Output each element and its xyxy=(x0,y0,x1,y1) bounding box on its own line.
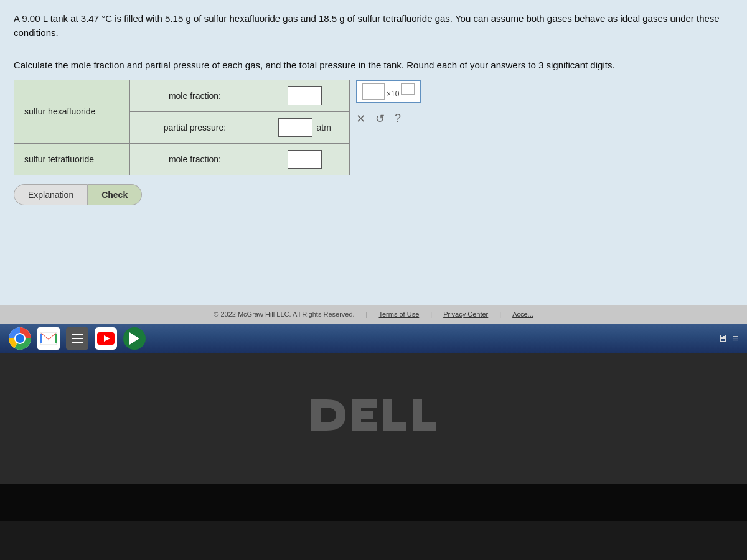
svg-rect-12 xyxy=(352,422,377,431)
partial-pressure-input-sf6[interactable] xyxy=(278,118,312,137)
check-button[interactable]: Check xyxy=(88,184,142,205)
files-icon[interactable] xyxy=(66,327,88,350)
mole-fraction-input-cell-sf4 xyxy=(260,143,350,175)
partial-pressure-with-unit: atm xyxy=(270,118,339,137)
taskbar-right: 🖥 ≡ xyxy=(718,333,738,344)
svg-rect-16 xyxy=(413,422,436,431)
partial-pressure-label-sf6: partial pressure: xyxy=(129,111,260,143)
screen-icon[interactable]: 🖥 xyxy=(718,333,728,344)
dell-logo xyxy=(305,390,442,448)
buttons-row: Explanation Check xyxy=(14,184,733,205)
partial-pressure-input-cell-sf6: atm xyxy=(260,111,350,143)
table-container: sulfur hexafluoride mole fraction: parti… xyxy=(14,80,733,175)
atm-unit-sf6: atm xyxy=(316,123,331,133)
problem-text-1: A 9.00 L tank at 3.47 °C is filled with … xyxy=(14,11,733,40)
mole-fraction-input-cell-sf6 xyxy=(260,80,350,111)
clear-icon[interactable]: ✕ xyxy=(356,112,365,126)
help-icon[interactable]: ? xyxy=(395,112,401,125)
x10-label: ×10 xyxy=(387,90,399,100)
problem-text-2: Calculate the mole fraction and partial … xyxy=(14,58,733,72)
svg-rect-11 xyxy=(352,411,374,419)
accessibility-link[interactable]: Acce... xyxy=(512,310,533,318)
dell-area xyxy=(0,353,747,484)
mole-fraction-label-sf6: mole fraction: xyxy=(129,80,260,111)
content-area: A 9.00 L tank at 3.47 °C is filled with … xyxy=(0,0,747,305)
mole-fraction-input-sf4[interactable] xyxy=(288,150,322,169)
action-row: ✕ ↺ ? xyxy=(356,112,401,126)
data-table: sulfur hexafluoride mole fraction: parti… xyxy=(14,80,350,175)
taskbar: 🖥 ≡ xyxy=(0,324,747,353)
copyright-text: © 2022 McGraw Hill LLC. All Rights Reser… xyxy=(214,310,354,318)
svg-marker-8 xyxy=(129,332,139,345)
x10-main-input[interactable] xyxy=(362,83,385,100)
mole-fraction-input-sf6[interactable] xyxy=(288,86,322,105)
sci-notation-panel: ×10 ✕ ↺ ? xyxy=(356,80,421,126)
gas-name-sf6: sulfur hexafluoride xyxy=(14,80,130,143)
gas-name-sf4: sulfur tetrafluoride xyxy=(14,143,130,175)
undo-icon[interactable]: ↺ xyxy=(375,112,385,126)
svg-point-2 xyxy=(16,334,24,343)
mole-fraction-label-sf4: mole fraction: xyxy=(129,143,260,175)
terms-link[interactable]: Terms of Use xyxy=(378,310,419,318)
bottom-bar xyxy=(0,484,747,521)
x10-notation-box: ×10 xyxy=(356,80,421,103)
x10-exponent-input[interactable] xyxy=(401,83,415,95)
privacy-link[interactable]: Privacy Center xyxy=(443,310,488,318)
svg-rect-10 xyxy=(352,399,377,408)
explanation-button[interactable]: Explanation xyxy=(14,184,88,205)
google-play-icon[interactable] xyxy=(123,327,146,350)
menu-icon[interactable]: ≡ xyxy=(733,333,738,344)
gmail-icon[interactable] xyxy=(37,327,60,350)
youtube-icon[interactable] xyxy=(95,327,117,350)
chrome-icon[interactable] xyxy=(9,327,31,350)
table-row: sulfur tetrafluoride mole fraction: xyxy=(14,143,350,175)
svg-rect-14 xyxy=(383,422,406,431)
footer-bar: © 2022 McGraw Hill LLC. All Rights Reser… xyxy=(0,305,747,324)
table-row: sulfur hexafluoride mole fraction: xyxy=(14,80,350,111)
